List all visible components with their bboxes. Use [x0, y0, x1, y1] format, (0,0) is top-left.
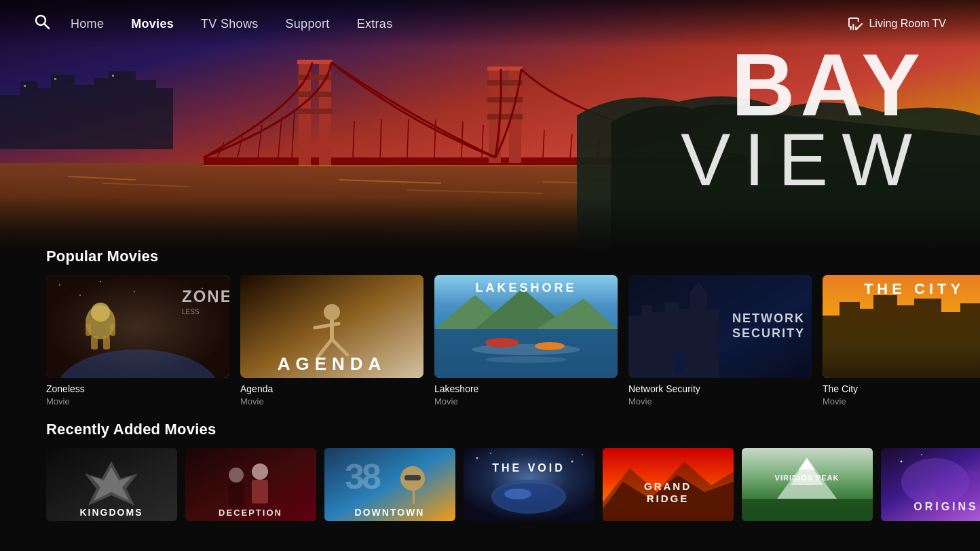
movie-thumb-network: NETWORK SECURITY	[628, 275, 812, 378]
recent-card-grand[interactable]: GRAND RIDGE	[603, 448, 734, 521]
movie-type-city: Movie	[823, 396, 980, 406]
svg-point-138	[490, 453, 491, 454]
recent-thumb-void: THE VOID	[464, 448, 595, 521]
recently-added-section: Recently Added Movies	[0, 421, 980, 521]
movie-label-lakeshore: Lakeshore	[434, 383, 618, 394]
movie-card-network[interactable]: NETWORK SECURITY Network Security Movie	[628, 275, 812, 406]
svg-rect-111	[914, 299, 941, 378]
movie-card-lakeshore[interactable]: LAKESHORE Lakeshore Movie	[434, 275, 618, 406]
svg-text:LAKESHORE: LAKESHORE	[475, 281, 576, 294]
movie-card-agenda[interactable]: AGENDA Agenda Movie	[240, 275, 423, 406]
svg-rect-130	[404, 475, 421, 480]
svg-point-137	[476, 457, 478, 459]
svg-rect-131	[413, 491, 415, 504]
svg-point-156	[901, 461, 903, 463]
svg-text:THE CITY: THE CITY	[864, 280, 964, 297]
hero-title: BAY VIEW	[681, 41, 926, 197]
movie-type-network: Movie	[628, 396, 812, 406]
nav-tvshows[interactable]: TV Shows	[201, 17, 258, 31]
recent-card-deception[interactable]: DECEPTION	[185, 448, 316, 521]
movie-label-agenda: Agenda	[240, 383, 423, 394]
nav-bar: Home Movies TV Shows Support Extras Livi…	[0, 0, 980, 48]
svg-point-0	[36, 16, 45, 25]
svg-rect-109	[873, 295, 897, 378]
svg-point-136	[504, 489, 531, 499]
svg-rect-107	[840, 302, 860, 378]
svg-point-124	[229, 468, 244, 482]
svg-point-89	[535, 342, 565, 350]
movie-label-city: The City	[823, 383, 980, 394]
svg-point-139	[571, 461, 573, 463]
svg-rect-71	[103, 336, 110, 349]
svg-point-59	[59, 284, 60, 286]
recent-card-origins[interactable]: ORIGINS	[881, 448, 980, 521]
recent-thumb-viridios: VIRIDIOS PEAK	[742, 448, 873, 521]
svg-point-88	[485, 338, 519, 347]
movie-thumb-lakeshore: LAKESHORE	[434, 275, 618, 378]
recently-section-title: Recently Added Movies	[46, 421, 980, 438]
svg-text:38: 38	[345, 457, 381, 496]
svg-point-122	[252, 463, 268, 480]
svg-rect-113	[960, 303, 980, 378]
svg-text:LESS: LESS	[182, 308, 200, 316]
svg-point-62	[134, 291, 135, 292]
svg-text:DOWNTOWN: DOWNTOWN	[355, 507, 425, 518]
movie-label-zoneless: Zoneless	[46, 383, 229, 394]
svg-text:ORIGINS: ORIGINS	[913, 501, 979, 512]
svg-text:THE VOID: THE VOID	[492, 462, 565, 474]
svg-rect-104	[628, 275, 812, 378]
popular-movies-row: ZONE LESS Zoneless Movie	[0, 275, 980, 406]
svg-point-60	[79, 294, 81, 296]
svg-point-140	[582, 454, 583, 455]
recent-card-void[interactable]: THE VOID	[464, 448, 595, 521]
svg-rect-108	[860, 309, 873, 378]
recently-added-row: KINGDOMS	[0, 448, 980, 521]
svg-rect-68	[86, 324, 91, 336]
nav-support[interactable]: Support	[285, 17, 329, 31]
svg-text:DECEPTION: DECEPTION	[219, 508, 282, 518]
movie-thumb-city: THE CITY	[823, 275, 980, 378]
svg-rect-110	[897, 305, 914, 378]
recent-thumb-downtown: 38 DOWNTOWN	[324, 448, 455, 521]
svg-text:RIDGE: RIDGE	[647, 493, 690, 504]
svg-rect-125	[229, 482, 244, 506]
popular-movies-section: Popular Movies	[0, 248, 980, 406]
svg-text:VIRIDIOS PEAK: VIRIDIOS PEAK	[775, 474, 840, 482]
movie-type-agenda: Movie	[240, 396, 423, 406]
cast-button[interactable]: Living Room TV	[848, 16, 946, 31]
movie-card-zoneless[interactable]: ZONE LESS Zoneless Movie	[46, 275, 229, 406]
recent-thumb-deception: DECEPTION	[185, 448, 316, 521]
movie-thumb-zoneless: ZONE LESS	[46, 275, 229, 378]
svg-text:AGENDA: AGENDA	[278, 354, 387, 374]
svg-point-61	[100, 281, 101, 282]
svg-point-67	[91, 303, 110, 322]
nav-links: Home Movies TV Shows Support Extras	[71, 17, 848, 31]
recent-thumb-kingdoms: KINGDOMS	[46, 448, 177, 521]
hero-title-view: VIEW	[681, 122, 926, 197]
hero-fade	[0, 197, 980, 251]
cast-label: Living Room TV	[869, 18, 946, 30]
movie-type-zoneless: Movie	[46, 396, 229, 406]
svg-rect-151	[742, 499, 873, 521]
recent-card-viridios[interactable]: VIRIDIOS PEAK	[742, 448, 873, 521]
nav-home[interactable]: Home	[71, 17, 104, 31]
svg-line-1	[45, 24, 49, 28]
svg-text:ZONE: ZONE	[182, 287, 229, 305]
search-icon[interactable]	[34, 14, 50, 34]
recent-thumb-grand: GRAND RIDGE	[603, 448, 734, 521]
nav-movies[interactable]: Movies	[131, 17, 174, 31]
recent-card-downtown[interactable]: 38 DOWNTOWN	[324, 448, 455, 521]
svg-rect-123	[252, 480, 268, 504]
svg-point-75	[324, 304, 340, 320]
svg-text:GRAND: GRAND	[644, 480, 692, 492]
svg-rect-69	[110, 324, 115, 336]
recent-thumb-origins: ORIGINS	[881, 448, 980, 521]
svg-text:KINGDOMS: KINGDOMS	[80, 507, 143, 518]
svg-rect-70	[91, 336, 98, 349]
recent-card-kingdoms[interactable]: KINGDOMS	[46, 448, 177, 521]
popular-section-title: Popular Movies	[46, 248, 980, 265]
nav-extras[interactable]: Extras	[357, 17, 393, 31]
svg-point-157	[921, 454, 922, 455]
movie-card-city[interactable]: THE CITY The City Movie	[823, 275, 980, 406]
svg-rect-106	[823, 316, 840, 378]
